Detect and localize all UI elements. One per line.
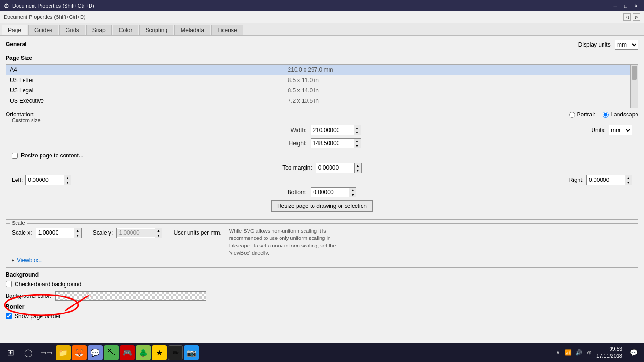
viewbox-expand-icon: ▸ (12, 257, 14, 263)
taskview-button[interactable]: ▭▭ (38, 344, 55, 361)
page-size-row[interactable]: 8.5 x 14.0 in (284, 85, 638, 96)
bottom-margin-down-button[interactable]: ▼ (349, 192, 356, 197)
volume-icon[interactable]: 🔊 (575, 348, 583, 357)
page-size-row[interactable]: A4 (6, 65, 284, 75)
tab-color[interactable]: Color (113, 25, 139, 35)
scale-y-input[interactable] (117, 229, 155, 237)
tab-page[interactable]: Page (2, 25, 27, 35)
resize-content-checkbox[interactable] (12, 153, 18, 159)
roblox-icon[interactable]: 🎮 (120, 345, 135, 360)
portrait-option[interactable]: Portrait (569, 111, 595, 118)
bg-color-label: Background color: (6, 293, 51, 299)
minecraft-icon[interactable]: ⛏ (104, 345, 119, 360)
right-margin-down-button[interactable]: ▼ (625, 180, 632, 185)
network-icon[interactable]: 📶 (564, 348, 573, 357)
scale-x-input[interactable] (36, 229, 74, 237)
orientation-row: Orientation: Portrait Landscape (6, 111, 638, 118)
firefox-icon[interactable]: 🦊 (72, 345, 87, 360)
bottom-margin-up-button[interactable]: ▲ (349, 188, 356, 192)
left-margin-up-button[interactable]: ▲ (64, 175, 71, 180)
width-up-button[interactable]: ▲ (354, 125, 361, 130)
scale-note: While SVG allows non-uniform scaling it … (229, 228, 352, 257)
top-margin-input[interactable] (316, 164, 354, 172)
tab-grids[interactable]: Grids (59, 25, 85, 35)
scale-x-down-button[interactable]: ▼ (74, 233, 81, 238)
viewbox-label[interactable]: Viewbox... (17, 257, 43, 263)
height-input[interactable] (311, 139, 354, 148)
width-down-button[interactable]: ▼ (354, 130, 361, 135)
page-size-row[interactable]: US Legal (6, 85, 284, 96)
resize-page-button[interactable]: Resize page to drawing or selection (271, 200, 373, 212)
width-label: Width: (283, 127, 307, 133)
top-margin-down-button[interactable]: ▼ (355, 168, 361, 173)
checkerboard-checkbox[interactable] (6, 281, 12, 287)
height-up-button[interactable]: ▲ (354, 139, 361, 143)
top-margin-row: Top margin: ▲ ▼ (12, 163, 632, 173)
top-margin-up-button[interactable]: ▲ (355, 163, 361, 168)
discord-icon[interactable]: 💬 (88, 345, 103, 360)
search-button[interactable]: ◯ (20, 344, 37, 361)
wifi-icon[interactable]: ⊕ (585, 348, 594, 357)
bottom-margin-input[interactable] (311, 188, 349, 197)
right-margin-input-wrapper: ▲ ▼ (586, 175, 632, 185)
taskbar-right: ∧ 📶 🔊 ⊕ 09:53 17/11/2018 💬 (554, 344, 642, 361)
tab-guides[interactable]: Guides (28, 25, 58, 35)
minecraft2-icon[interactable]: 🌲 (136, 345, 151, 360)
file-manager-icon[interactable]: 📁 (56, 345, 71, 360)
start-button[interactable]: ⊞ (2, 344, 19, 361)
dock-left-button[interactable]: ◁ (623, 13, 631, 21)
tab-metadata[interactable]: Metadata (174, 25, 210, 35)
inkscape-icon[interactable]: ✏ (168, 345, 183, 360)
maximize-button[interactable]: □ (621, 2, 630, 9)
page-size-row[interactable]: 8.5 x 11.0 in (284, 75, 638, 85)
page-size-row[interactable]: US Letter (6, 75, 284, 85)
orientation-options: Portrait Landscape (569, 111, 638, 118)
show-page-border-label: Show page border (15, 313, 61, 320)
display-units-row: Display units: mm px in cm pt (578, 40, 638, 50)
landscape-radio[interactable] (603, 112, 609, 118)
top-margin-label: Top margin: (282, 165, 312, 171)
app-yellow-icon[interactable]: ★ (152, 345, 167, 360)
width-spinners: ▲ ▼ (354, 125, 361, 135)
chevron-up-icon[interactable]: ∧ (554, 348, 562, 357)
scale-y-down-button[interactable]: ▼ (155, 233, 162, 238)
landscape-option[interactable]: Landscape (603, 111, 638, 118)
minimize-button[interactable]: ─ (611, 2, 619, 9)
page-size-row[interactable]: 210.0 x 297.0 mm (284, 65, 638, 75)
background-color-swatch[interactable] (55, 291, 206, 301)
right-margin-input[interactable] (587, 176, 625, 184)
tab-scripting[interactable]: Scripting (139, 25, 173, 35)
page-size-row[interactable]: 7.2 x 10.5 in (284, 96, 638, 106)
scale-y-input-wrapper: ▲ ▼ (116, 228, 162, 238)
close-button[interactable]: ✕ (632, 2, 640, 9)
landscape-label: Landscape (611, 111, 638, 118)
app-blue-icon[interactable]: 📷 (184, 345, 199, 360)
tab-license[interactable]: License (211, 25, 243, 35)
show-page-border-checkbox[interactable] (6, 313, 12, 319)
right-margin-up-button[interactable]: ▲ (625, 175, 632, 180)
height-spinners: ▲ ▼ (354, 139, 361, 148)
left-margin-down-button[interactable]: ▼ (64, 180, 71, 185)
portrait-radio[interactable] (569, 112, 575, 118)
display-units-select[interactable]: mm px in cm pt (615, 40, 638, 50)
page-size-scrollbar[interactable] (630, 65, 638, 108)
background-section: Background Checkerboard background Backg… (6, 272, 638, 301)
custom-size-units-select[interactable]: mm px in cm (609, 125, 632, 135)
height-row: Height: ▲ ▼ (283, 138, 361, 148)
scale-y-label: Scale y: (93, 230, 113, 236)
left-margin-input[interactable] (26, 176, 64, 184)
scale-x-up-button[interactable]: ▲ (74, 228, 81, 233)
app-icon: ⚙ (4, 2, 9, 9)
width-input[interactable] (311, 126, 354, 134)
tab-snap[interactable]: Snap (86, 25, 112, 35)
page-size-row[interactable]: US Executive (6, 96, 284, 106)
clock-date: 17/11/2018 (596, 353, 622, 360)
height-down-button[interactable]: ▼ (354, 143, 361, 148)
clock[interactable]: 09:53 17/11/2018 (596, 346, 622, 360)
units-label: Units: (591, 127, 606, 133)
viewbox-row[interactable]: ▸ Viewbox... (12, 257, 632, 263)
scale-y-up-button[interactable]: ▲ (155, 228, 162, 233)
dock-right-button[interactable]: ▷ (633, 13, 640, 21)
taskbar: ⊞ ◯ ▭▭ 📁 🦊 💬 ⛏ 🎮 🌲 ★ ✏ 📷 ∧ 📶 🔊 ⊕ 09:53 1… (0, 343, 644, 362)
notifications-button[interactable]: 💬 (625, 344, 642, 361)
